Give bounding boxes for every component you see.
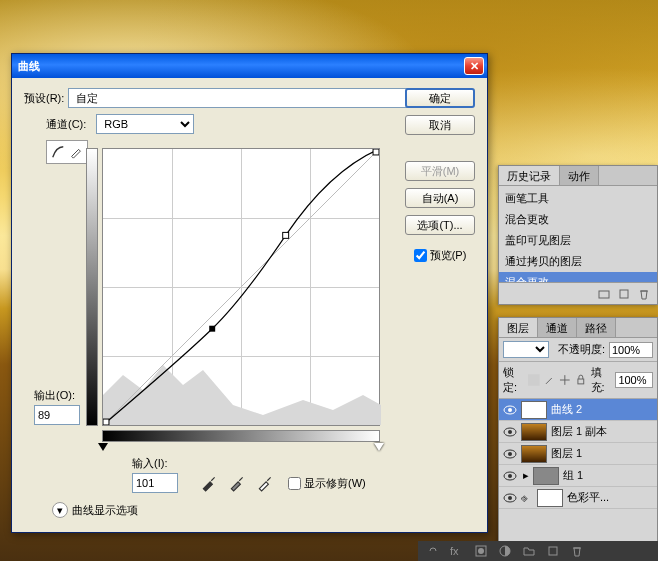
blend-mode-select[interactable]	[503, 341, 549, 358]
curve-tool-box	[46, 140, 88, 164]
history-panel: 历史记录 动作 画笔工具 混合更改 盖印可见图层 通过拷贝的图层 混合更改	[498, 165, 658, 305]
svg-point-12	[508, 430, 512, 434]
output-label: 输出(O):	[34, 388, 80, 403]
curve-line[interactable]	[103, 149, 379, 425]
tab-actions[interactable]: 动作	[560, 166, 599, 185]
svg-point-18	[508, 496, 512, 500]
curves-graph[interactable]	[102, 148, 380, 426]
history-item[interactable]: 通过拷贝的图层	[499, 251, 657, 272]
layer-name: 色彩平...	[567, 490, 609, 505]
trash-icon[interactable]	[637, 287, 651, 301]
black-point-slider[interactable]	[98, 443, 108, 451]
adjustment-icon[interactable]	[498, 544, 512, 558]
layers-footer: fx	[418, 541, 658, 561]
curve-options-label: 曲线显示选项	[72, 503, 138, 518]
layer-name: 曲线 2	[551, 402, 582, 417]
opacity-field[interactable]: 100%	[609, 342, 653, 358]
tab-layers[interactable]: 图层	[499, 318, 538, 337]
lock-move-icon[interactable]	[559, 373, 571, 387]
folder-thumb	[533, 467, 559, 485]
options-button[interactable]: 选项(T)...	[405, 215, 475, 235]
visibility-icon[interactable]	[503, 447, 517, 461]
expand-options-button[interactable]: ▾	[52, 502, 68, 518]
ok-button[interactable]: 确定	[405, 88, 475, 108]
svg-rect-4	[373, 149, 379, 155]
new-snapshot-icon[interactable]	[597, 287, 611, 301]
visibility-icon[interactable]	[503, 403, 517, 417]
layer-thumb	[521, 401, 547, 419]
layer-row[interactable]: ▸ 组 1	[499, 465, 657, 487]
svg-line-0	[103, 149, 379, 425]
svg-rect-2	[283, 232, 289, 238]
curves-dialog: 曲线 ✕ 预设(R): 自定 通道(C): RGB	[11, 53, 488, 533]
layer-row[interactable]: 图层 1	[499, 443, 657, 465]
input-gradient	[102, 430, 380, 442]
black-eyedropper-icon[interactable]	[200, 474, 218, 492]
history-item[interactable]: 混合更改	[499, 209, 657, 230]
lock-all-icon[interactable]	[575, 373, 587, 387]
titlebar[interactable]: 曲线 ✕	[12, 54, 487, 78]
layers-panel: 图层 通道 路径 不透明度: 100% 锁定: 填充: 100% 曲线 2 图层…	[498, 317, 658, 555]
new-state-icon[interactable]	[617, 287, 631, 301]
fill-label: 填充:	[591, 365, 612, 395]
input-input[interactable]	[132, 473, 178, 493]
layer-name: 图层 1 副本	[551, 424, 607, 439]
tab-channels[interactable]: 通道	[538, 318, 577, 337]
lock-transparency-icon[interactable]	[528, 373, 540, 387]
visibility-icon[interactable]	[503, 425, 517, 439]
channel-select[interactable]: RGB	[96, 114, 194, 134]
opacity-label: 不透明度:	[558, 342, 605, 357]
preset-label: 预设(R):	[24, 91, 64, 106]
svg-text:fx: fx	[450, 545, 459, 557]
white-point-slider[interactable]	[374, 443, 384, 451]
svg-rect-3	[103, 419, 109, 425]
lock-brush-icon[interactable]	[544, 373, 556, 387]
svg-rect-7	[528, 374, 540, 386]
svg-point-14	[508, 452, 512, 456]
layer-row[interactable]: 曲线 2	[499, 399, 657, 421]
svg-point-16	[508, 474, 512, 478]
tab-history[interactable]: 历史记录	[499, 166, 560, 185]
visibility-icon[interactable]	[503, 491, 517, 505]
mask-icon[interactable]	[474, 544, 488, 558]
visibility-icon[interactable]	[503, 469, 517, 483]
svg-rect-1	[209, 326, 215, 332]
svg-rect-6	[620, 290, 628, 298]
auto-button[interactable]: 自动(A)	[405, 188, 475, 208]
svg-rect-23	[549, 547, 557, 555]
fill-field[interactable]: 100%	[615, 372, 653, 388]
history-item[interactable]: 画笔工具	[499, 188, 657, 209]
layer-name: 图层 1	[551, 446, 582, 461]
lock-label: 锁定:	[503, 365, 524, 395]
folder-icon[interactable]	[522, 544, 536, 558]
show-clipping-checkbox[interactable]: 显示修剪(W)	[288, 476, 366, 491]
trash-icon[interactable]	[570, 544, 584, 558]
white-eyedropper-icon[interactable]	[256, 474, 274, 492]
tab-paths[interactable]: 路径	[577, 318, 616, 337]
link-icon[interactable]	[426, 544, 440, 558]
curve-pencil-icon[interactable]	[69, 145, 83, 159]
svg-point-10	[508, 408, 512, 412]
svg-point-21	[478, 548, 484, 554]
new-layer-icon[interactable]	[546, 544, 560, 558]
svg-rect-8	[578, 379, 584, 384]
dialog-title: 曲线	[18, 59, 464, 74]
curve-point-icon[interactable]	[51, 145, 65, 159]
gray-eyedropper-icon[interactable]	[228, 474, 246, 492]
smooth-button[interactable]: 平滑(M)	[405, 161, 475, 181]
eyedropper-group	[200, 474, 274, 492]
close-button[interactable]: ✕	[464, 57, 484, 75]
fx-icon[interactable]: fx	[450, 544, 464, 558]
layer-row[interactable]: ⎆ 色彩平...	[499, 487, 657, 509]
cancel-button[interactable]: 取消	[405, 115, 475, 135]
layer-thumb	[537, 489, 563, 507]
output-input[interactable]	[34, 405, 80, 425]
input-label: 输入(I):	[132, 456, 178, 471]
history-item[interactable]: 盖印可见图层	[499, 230, 657, 251]
output-gradient	[86, 148, 98, 426]
preview-checkbox[interactable]: 预览(P)	[414, 248, 467, 263]
preset-select[interactable]: 自定	[68, 88, 455, 108]
channel-label: 通道(C):	[46, 117, 86, 132]
layer-thumb	[521, 423, 547, 441]
layer-row[interactable]: 图层 1 副本	[499, 421, 657, 443]
